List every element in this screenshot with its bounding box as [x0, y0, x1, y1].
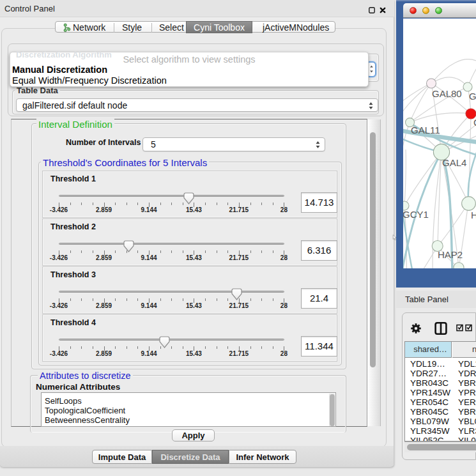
svg-text:GAL11: GAL11: [411, 125, 440, 135]
svg-text:H: H: [471, 210, 476, 220]
svg-text:GAL80: GAL80: [432, 88, 462, 99]
svg-text:C: C: [473, 117, 476, 128]
svg-text:HAP2: HAP2: [438, 249, 463, 260]
svg-text:GCY1: GCY1: [403, 209, 429, 220]
svg-text:GAL4: GAL4: [442, 157, 466, 168]
svg-text:G.: G.: [469, 91, 476, 102]
